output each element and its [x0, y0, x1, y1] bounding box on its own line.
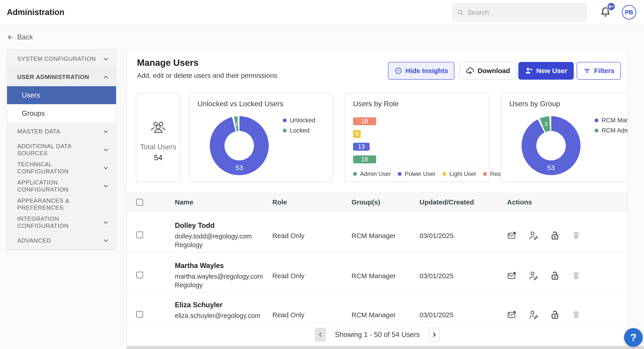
total-users-card: Total Users 54 [136, 93, 180, 182]
sidebar-item-additional-data-sources[interactable]: ADDITIONAL DATA SOURCES [7, 141, 116, 159]
hide-insights-button[interactable]: Hide Insights [388, 62, 454, 80]
user-name: Martha Wayles [175, 261, 263, 270]
delete-icon [571, 309, 582, 320]
chart-title: Unlocked vs Locked Users [198, 100, 284, 108]
select-all-checkbox[interactable] [136, 199, 143, 206]
bar-admin-user: 18 [353, 155, 376, 163]
table-row: Dolley Todd dolley.todd@regology.com Reg… [127, 212, 628, 253]
sidebar-item-master-data[interactable]: MASTER DATA [7, 123, 116, 141]
horizontal-scrollbar[interactable] [126, 346, 644, 349]
back-link[interactable]: Back [7, 33, 33, 41]
sidebar-item-label: ADVANCED [17, 237, 51, 244]
row-checkbox[interactable] [136, 311, 143, 318]
user-updated: 03/01/2025 [420, 272, 454, 280]
previous-page-button[interactable] [315, 328, 326, 342]
legend-item: Locked [283, 127, 316, 134]
user-groups: RCM Manager [352, 311, 396, 319]
help-label: ? [630, 331, 636, 343]
legend-item: RCM Admin [594, 127, 628, 134]
sidebar: SYSTEM CONFIGURATION USER ADMINISTRATION… [7, 50, 116, 250]
search-input[interactable] [467, 9, 582, 16]
chart-title: Users by Role [353, 100, 399, 108]
bar-light-user: 6 [353, 130, 361, 138]
column-header-groups: Group(s) [352, 198, 380, 206]
page-subtitle: Add, edit or delete users and their perm… [137, 72, 277, 79]
unlock-icon[interactable] [550, 270, 560, 281]
bar-value-label: 18 [361, 118, 368, 125]
legend-item: Light User [442, 170, 476, 177]
legend-label: Unlocked [290, 117, 316, 124]
row-actions [507, 230, 582, 241]
sidebar-item-user-administration[interactable]: USER ADMINISTRATION [7, 68, 116, 86]
legend-label: Locked [290, 127, 310, 134]
sidebar-item-system-configuration[interactable]: SYSTEM CONFIGURATION [7, 50, 116, 68]
row-checkbox[interactable] [136, 231, 143, 238]
edit-user-icon[interactable] [528, 230, 539, 241]
filter-icon [583, 67, 591, 75]
legend-item: Power User [398, 170, 436, 177]
notification-badge: 9+ [607, 2, 616, 11]
sidebar-item-integration-configuration[interactable]: INTEGRATION CONFIGURATION [7, 213, 116, 231]
user-updated: 03/01/2025 [420, 311, 454, 319]
chevron-left-icon [317, 331, 324, 338]
sidebar-item-users[interactable]: Users [7, 86, 116, 104]
user-org: Regology [175, 281, 263, 289]
bar-value-label: 6 [355, 131, 358, 138]
sidebar-item-appearances-preferences[interactable]: APPEARANCES & PREFERENCES [7, 195, 116, 213]
new-user-button[interactable]: New User [518, 62, 574, 80]
sidebar-item-label: MASTER DATA [17, 128, 60, 135]
chart-legend: UnlockedLocked [283, 117, 316, 134]
avatar[interactable]: PB [622, 5, 636, 20]
unlock-icon[interactable] [550, 309, 560, 320]
legend-dot [398, 172, 402, 176]
legend-label: Light User [450, 170, 476, 177]
sidebar-item-advanced[interactable]: ADVANCED [7, 231, 116, 250]
help-button[interactable]: ? [624, 328, 643, 347]
search-icon [457, 9, 464, 16]
unlock-icon[interactable] [550, 230, 560, 241]
sidebar-item-technical-configuration[interactable]: TECHNICAL CONFIGURATION [7, 159, 116, 177]
sidebar-item-application-configuration[interactable]: APPLICATION CONFIGURATION [7, 177, 116, 195]
cloud-download-icon [466, 66, 474, 75]
filters-button[interactable]: Filters [577, 62, 621, 80]
chevron-down-icon [102, 128, 109, 135]
donut-hole [536, 131, 566, 160]
legend-label: Admin User [360, 170, 391, 177]
total-users-label: Total Users [136, 143, 180, 151]
user-name: Dolley Todd [175, 221, 252, 230]
notify-mail-icon[interactable] [507, 230, 518, 241]
notify-mail-icon[interactable] [507, 309, 518, 320]
row-checkbox[interactable] [136, 272, 143, 278]
chevron-right-icon [431, 331, 438, 338]
delete-icon [571, 230, 582, 241]
person-add-icon [525, 67, 533, 75]
sidebar-item-label: TECHNICAL CONFIGURATION [17, 161, 102, 175]
minus-circle-icon [394, 67, 402, 75]
chevron-down-icon [102, 56, 109, 62]
next-page-button[interactable] [429, 328, 440, 342]
chart-title: Users by Group [509, 100, 560, 108]
legend-label: Power User [405, 170, 436, 177]
column-header-role: Role [272, 198, 287, 206]
user-role: Read Only [272, 232, 304, 240]
edit-user-icon[interactable] [528, 270, 539, 281]
legend-dot [353, 172, 357, 176]
column-header-actions: Actions [507, 198, 532, 206]
edit-user-icon[interactable] [528, 309, 539, 320]
sidebar-item-label: APPEARANCES & PREFERENCES [17, 197, 109, 211]
chevron-down-icon [102, 146, 109, 153]
legend-dot [594, 129, 598, 133]
top-bar: Administration 9+ PB [0, 0, 644, 25]
sidebar-item-label: INTEGRATION CONFIGURATION [17, 215, 102, 229]
global-search[interactable] [452, 3, 587, 22]
legend-item: Unlocked [283, 117, 316, 124]
download-button[interactable]: Download [459, 62, 516, 80]
chevron-up-icon [102, 74, 109, 81]
donut-value-label: 1 [235, 121, 238, 127]
filters-label: Filters [594, 67, 614, 75]
user-role: Read Only [272, 311, 304, 319]
sidebar-item-label: ADDITIONAL DATA SOURCES [17, 143, 102, 157]
sidebar-item-groups[interactable]: Groups [7, 104, 116, 123]
users-by-role-bar-chart: 1861318 [353, 117, 481, 168]
notify-mail-icon[interactable] [507, 270, 518, 281]
